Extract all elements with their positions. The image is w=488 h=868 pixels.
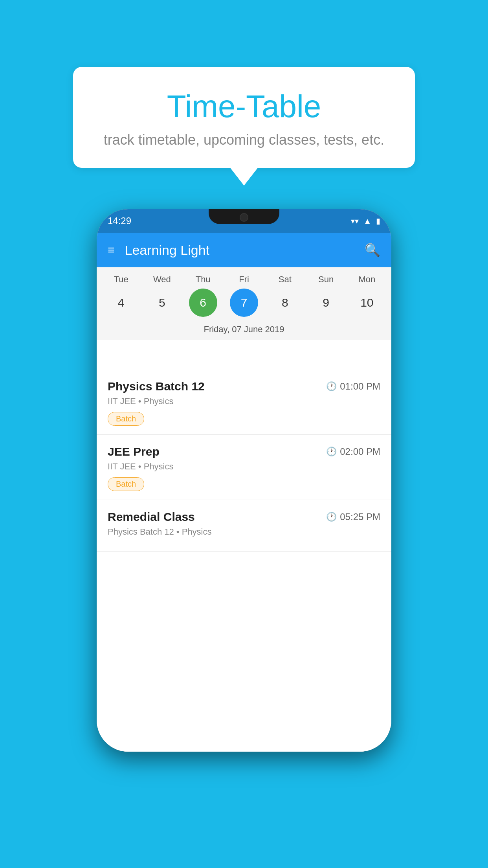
- class-time-2: 🕐 02:00 PM: [326, 446, 380, 457]
- clock-icon-2: 🕐: [326, 447, 337, 457]
- hamburger-menu-icon[interactable]: ≡: [108, 243, 114, 257]
- day-header-wed: Wed: [144, 274, 180, 285]
- day-headers: Tue Wed Thu Fri Sat Sun Mon: [97, 274, 391, 285]
- class-name-1: Physics Batch 12: [108, 380, 205, 393]
- class-meta-1: IIT JEE • Physics: [108, 396, 380, 406]
- phone-mockup: 14:29 ▾▾ ▲ ▮ ≡ Learning Light 🔍 Tue Wed …: [97, 209, 391, 752]
- speech-bubble: Time-Table track timetable, upcoming cla…: [73, 67, 415, 168]
- day-numbers: 4 5 6 7 8 9 10: [97, 289, 391, 317]
- class-item-3[interactable]: Remedial Class 🕐 05:25 PM Physics Batch …: [97, 500, 391, 552]
- app-bar: ≡ Learning Light 🔍: [97, 233, 391, 267]
- search-icon[interactable]: 🔍: [365, 243, 380, 257]
- bubble-arrow: [230, 168, 258, 186]
- status-icons: ▾▾ ▲ ▮: [351, 216, 380, 226]
- batch-badge-1: Batch: [108, 412, 144, 426]
- class-item-1-header: Physics Batch 12 🕐 01:00 PM: [108, 380, 380, 393]
- class-time-label-1: 01:00 PM: [340, 381, 380, 392]
- phone-outer: 14:29 ▾▾ ▲ ▮ ≡ Learning Light 🔍 Tue Wed …: [97, 209, 391, 752]
- phone-notch: [209, 209, 279, 224]
- clock-icon-1: 🕐: [326, 381, 337, 392]
- day-7-selected[interactable]: 7: [230, 289, 258, 317]
- selected-date-label: Friday, 07 June 2019: [97, 321, 391, 340]
- class-time-3: 🕐 05:25 PM: [326, 511, 380, 522]
- day-header-sun: Sun: [308, 274, 344, 285]
- class-name-2: JEE Prep: [108, 445, 160, 458]
- wifi-icon: ▾▾: [351, 216, 359, 226]
- class-time-1: 🕐 01:00 PM: [326, 381, 380, 392]
- signal-icon: ▲: [363, 217, 371, 226]
- class-list: Physics Batch 12 🕐 01:00 PM IIT JEE • Ph…: [97, 370, 391, 752]
- class-meta-3: Physics Batch 12 • Physics: [108, 527, 380, 537]
- battery-icon: ▮: [376, 216, 380, 226]
- class-item-1[interactable]: Physics Batch 12 🕐 01:00 PM IIT JEE • Ph…: [97, 370, 391, 435]
- class-item-3-header: Remedial Class 🕐 05:25 PM: [108, 510, 380, 524]
- class-time-label-2: 02:00 PM: [340, 446, 380, 457]
- app-title: Learning Light: [125, 243, 365, 258]
- speech-bubble-container: Time-Table track timetable, upcoming cla…: [73, 67, 415, 186]
- class-meta-2: IIT JEE • Physics: [108, 462, 380, 472]
- day-6-today[interactable]: 6: [189, 289, 217, 317]
- phone-screen: 14:29 ▾▾ ▲ ▮ ≡ Learning Light 🔍 Tue Wed …: [97, 209, 391, 752]
- front-camera: [240, 213, 248, 222]
- day-4[interactable]: 4: [107, 289, 135, 317]
- class-item-2[interactable]: JEE Prep 🕐 02:00 PM IIT JEE • Physics Ba…: [97, 435, 391, 500]
- bubble-title: Time-Table: [97, 88, 391, 125]
- day-10[interactable]: 10: [353, 289, 381, 317]
- day-9[interactable]: 9: [312, 289, 340, 317]
- bubble-subtitle: track timetable, upcoming classes, tests…: [97, 132, 391, 148]
- class-name-3: Remedial Class: [108, 510, 195, 524]
- status-time: 14:29: [108, 215, 131, 226]
- batch-badge-2: Batch: [108, 477, 144, 491]
- calendar-strip: Tue Wed Thu Fri Sat Sun Mon 4 5 6 7 8 9 …: [97, 267, 391, 340]
- day-header-fri: Fri: [226, 274, 262, 285]
- day-header-tue: Tue: [103, 274, 139, 285]
- day-header-mon: Mon: [349, 274, 385, 285]
- day-8[interactable]: 8: [271, 289, 299, 317]
- class-time-label-3: 05:25 PM: [340, 511, 380, 522]
- class-item-2-header: JEE Prep 🕐 02:00 PM: [108, 445, 380, 458]
- day-5[interactable]: 5: [148, 289, 176, 317]
- day-header-sat: Sat: [267, 274, 303, 285]
- day-header-thu: Thu: [185, 274, 221, 285]
- clock-icon-3: 🕐: [326, 512, 337, 522]
